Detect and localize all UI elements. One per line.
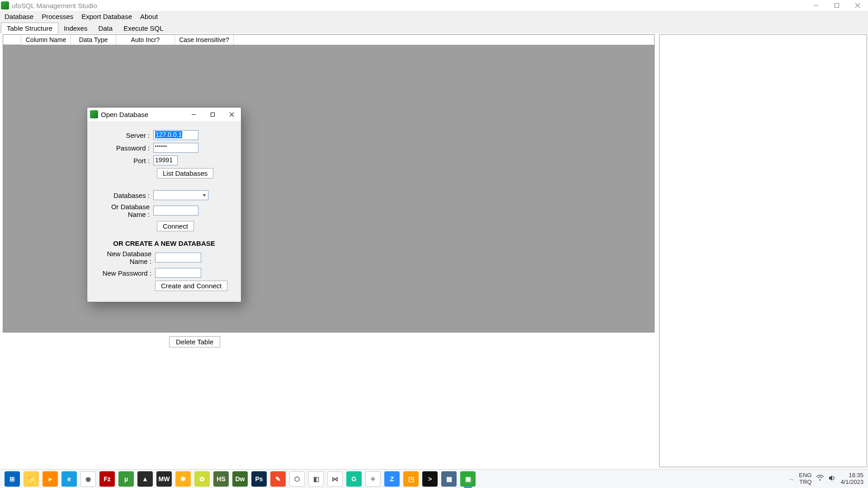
dreamweaver-icon[interactable]: Dw bbox=[232, 471, 248, 487]
file-explorer-icon[interactable]: 📁 bbox=[24, 471, 39, 487]
start-icon[interactable]: ⊞ bbox=[5, 471, 20, 487]
label-new-password: New Password : bbox=[94, 269, 155, 277]
port-input[interactable]: 19991 bbox=[153, 155, 178, 165]
create-and-connect-button[interactable]: Create and Connect bbox=[155, 281, 227, 291]
app-icon-6[interactable]: ⬡ bbox=[289, 471, 305, 487]
right-side-panel bbox=[659, 34, 867, 467]
grid-col-auto-incr[interactable]: Auto Incr? bbox=[116, 35, 175, 45]
close-button[interactable] bbox=[847, 0, 868, 11]
calculator-icon[interactable]: ▦ bbox=[441, 471, 457, 487]
app-icon-4[interactable]: ✿ bbox=[194, 471, 210, 487]
menu-about[interactable]: About bbox=[140, 13, 158, 20]
maximize-button[interactable] bbox=[826, 0, 847, 11]
new-password-input[interactable] bbox=[155, 268, 201, 278]
terminal-icon[interactable]: > bbox=[422, 471, 438, 487]
new-database-name-input[interactable] bbox=[155, 253, 201, 263]
menu-processes[interactable]: Processes bbox=[42, 13, 73, 20]
server-input[interactable]: 127.0.0.1 bbox=[153, 130, 198, 140]
grid-row-header bbox=[3, 35, 21, 45]
menu-export-database[interactable]: Export Database bbox=[81, 13, 132, 20]
dialog-title: Open Database bbox=[101, 111, 148, 118]
delete-table-button[interactable]: Delete Table bbox=[169, 336, 220, 347]
grammarly-icon[interactable]: G bbox=[346, 471, 362, 487]
password-input[interactable]: •••••• bbox=[153, 143, 198, 153]
app-icon bbox=[1, 1, 9, 9]
label-new-db-name: New Database Name : bbox=[94, 250, 155, 265]
main-titlebar: ufoSQL Management Studio bbox=[0, 0, 868, 11]
edge-icon[interactable]: e bbox=[61, 471, 77, 487]
label-or-db-name: Or Database Name : bbox=[94, 203, 153, 218]
grid-col-case-insensitive[interactable]: Case Insensitive? bbox=[175, 35, 234, 45]
tabbar: Table Structure Indexes Data Execute SQL bbox=[0, 22, 868, 33]
menu-database[interactable]: Database bbox=[5, 13, 33, 20]
tray-overflow-icon[interactable]: ︿ bbox=[789, 475, 794, 483]
grid-col-data-type[interactable]: Data Type bbox=[71, 35, 116, 45]
label-server: Server : bbox=[94, 131, 153, 139]
tab-table-structure[interactable]: Table Structure bbox=[1, 23, 58, 34]
dialog-minimize-button[interactable] bbox=[184, 108, 203, 121]
dialog-close-button[interactable] bbox=[222, 108, 241, 121]
grid-header-row: Column Name Data Type Auto Incr? Case In… bbox=[3, 35, 654, 45]
label-password: Password : bbox=[94, 144, 153, 152]
svg-marker-9 bbox=[829, 475, 832, 481]
chrome-icon[interactable]: ◉ bbox=[80, 471, 96, 487]
grid-col-column-name[interactable]: Column Name bbox=[21, 35, 71, 45]
utorrent-icon[interactable]: µ bbox=[118, 471, 134, 487]
wifi-icon[interactable] bbox=[816, 475, 824, 483]
app-icon-8[interactable]: ✧ bbox=[365, 471, 381, 487]
or-database-name-input[interactable] bbox=[153, 206, 198, 216]
label-port: Port : bbox=[94, 157, 153, 164]
volume-icon[interactable] bbox=[829, 475, 836, 483]
tab-execute-sql[interactable]: Execute SQL bbox=[118, 23, 169, 33]
tray-date[interactable]: 4/1/2023 bbox=[840, 479, 863, 485]
dialog-maximize-button[interactable] bbox=[203, 108, 222, 121]
svg-point-8 bbox=[820, 479, 821, 480]
table-structure-grid[interactable]: Column Name Data Type Auto Incr? Case In… bbox=[3, 34, 655, 333]
dialog-titlebar[interactable]: Open Database bbox=[87, 108, 241, 121]
photoshop-icon[interactable]: Ps bbox=[251, 471, 267, 487]
tray-lang2[interactable]: TRQ bbox=[799, 479, 811, 485]
open-database-dialog: Open Database bbox=[87, 107, 241, 302]
tab-indexes[interactable]: Indexes bbox=[58, 23, 93, 33]
heidisql-icon[interactable]: HS bbox=[213, 471, 229, 487]
ufosql-taskbar-icon[interactable]: ▣ bbox=[460, 471, 476, 487]
window-title: ufoSQL Management Studio bbox=[12, 2, 97, 9]
filezilla-icon[interactable]: Fz bbox=[99, 471, 115, 487]
svg-rect-1 bbox=[835, 4, 839, 8]
tray-time[interactable]: 16:35 bbox=[849, 472, 863, 479]
taskbar: ⊞📁▸e◉Fzµ▲MW✱✿HSDwPs✎⬡◧⋈G✧Z◳>▦▣ ︿ ENG TRQ… bbox=[0, 469, 868, 488]
menubar: Database Processes Export Database About bbox=[0, 11, 868, 22]
app-icon-5[interactable]: ✎ bbox=[270, 471, 286, 487]
visual-studio-icon[interactable]: ⋈ bbox=[327, 471, 343, 487]
connect-button[interactable]: Connect bbox=[157, 221, 194, 231]
app-icon-2[interactable]: MW bbox=[156, 471, 172, 487]
databases-combobox[interactable] bbox=[153, 190, 208, 200]
tab-data[interactable]: Data bbox=[93, 23, 118, 33]
media-player-icon[interactable]: ▸ bbox=[42, 471, 58, 487]
app-icon-1[interactable]: ▲ bbox=[137, 471, 153, 487]
label-databases: Databases : bbox=[94, 192, 153, 199]
list-databases-button[interactable]: List Databases bbox=[157, 168, 213, 178]
minimize-button[interactable] bbox=[806, 0, 826, 11]
app-icon-3[interactable]: ✱ bbox=[175, 471, 191, 487]
svg-rect-5 bbox=[211, 113, 214, 116]
app-icon-7[interactable]: ◧ bbox=[308, 471, 324, 487]
app-icon-9[interactable]: ◳ bbox=[403, 471, 419, 487]
create-new-db-header: OR CREATE A NEW DATABASE bbox=[94, 239, 234, 247]
zoom-icon[interactable]: Z bbox=[384, 471, 400, 487]
tray-lang1[interactable]: ENG bbox=[799, 472, 811, 479]
dialog-app-icon bbox=[90, 110, 98, 118]
